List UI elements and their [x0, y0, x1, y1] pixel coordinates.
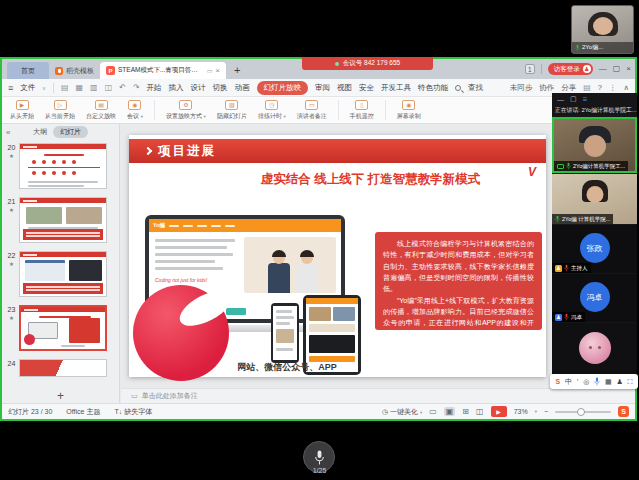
menu-review[interactable]: 审阅 [315, 83, 330, 93]
zoom-out-button[interactable]: − [544, 408, 548, 415]
menu-view[interactable]: 视图 [337, 83, 352, 93]
menu-file[interactable]: 文件 [20, 83, 35, 93]
kid-figure [296, 263, 318, 293]
panel-minimize-icon[interactable]: — [557, 96, 564, 103]
slide-header-title: 项目进展 [158, 143, 216, 160]
collapse-ribbon-icon[interactable]: ∧ [624, 83, 630, 92]
ime-skin-icon[interactable]: ⛶ [628, 378, 633, 386]
document-count-badge[interactable]: 1 [525, 64, 535, 74]
ribbon-screen-record[interactable]: ◉ 屏幕录制 [397, 100, 421, 121]
print-preview-icon[interactable]: ◫ [105, 83, 113, 92]
image-decor [333, 307, 355, 321]
sync-status[interactable]: 未同步 [510, 83, 533, 93]
participant-avatar-4[interactable]: 冯卓 ♟ 冯卓 [552, 274, 637, 322]
tab-close-icon[interactable]: × [215, 66, 220, 75]
panel-menu-icon[interactable]: ≡ [583, 95, 588, 104]
tab-document-active[interactable]: P STEAM模式下...青项目答辩PPT ▭ × [100, 62, 226, 79]
image-decor [276, 329, 294, 343]
hamburger-menu-icon[interactable]: ≡ [8, 83, 13, 93]
sogou-logo-icon[interactable]: S [555, 378, 560, 385]
redo-icon[interactable]: ↷ [133, 83, 140, 92]
zoom-slider[interactable] [555, 411, 611, 413]
menu-slideshow-active[interactable]: 幻灯片放映 [257, 81, 309, 95]
phone-remote-icon: ▯ [355, 100, 368, 110]
ribbon-setup-show[interactable]: ⚙ 设置放映方式 ▾ [166, 100, 206, 121]
ime-account-icon[interactable]: ♟ [616, 378, 622, 386]
window-minimize-button[interactable]: — [599, 59, 607, 79]
window-close-button[interactable]: × [626, 59, 631, 79]
tab-home[interactable]: 首页 [7, 62, 49, 79]
notes-bar[interactable]: ▭ 单击此处添加备注 [121, 388, 635, 403]
menu-devtools[interactable]: 开发工具 [381, 83, 411, 93]
new-tab-button[interactable]: + [234, 62, 240, 79]
view-normal-icon[interactable]: ▣ [444, 407, 456, 416]
zoom-level[interactable]: 73% [514, 408, 528, 415]
play-slideshow-button[interactable]: ▶ [491, 406, 507, 417]
view-sorter-icon[interactable]: ⊞ [462, 407, 469, 416]
panel-maximize-icon[interactable]: ▢ [570, 95, 577, 103]
tab-outline[interactable]: 大纲 [33, 127, 47, 137]
self-webcam-tile[interactable]: 2Yo编... [571, 5, 634, 54]
slide-thumbnail-22[interactable] [19, 251, 107, 297]
ribbon-rehearse-timing[interactable]: ◷ 排练计时 ▾ [258, 100, 286, 121]
save-icon[interactable]: ▤ [61, 83, 69, 92]
menu-find[interactable]: 查找 [468, 83, 483, 93]
ribbon-play-from-start[interactable]: ▶ 从头开始 [10, 100, 34, 121]
sogou-tray-icon[interactable]: S [618, 406, 629, 417]
help-icon[interactable]: ? [598, 83, 602, 92]
menu-animation[interactable]: 动画 [235, 83, 250, 93]
add-slide-button[interactable]: + [2, 388, 119, 403]
slide-thumbnail-23-selected[interactable] [19, 305, 107, 351]
tab-docer[interactable]: 稻壳模板 [49, 62, 100, 79]
print-icon[interactable]: ▥ [90, 83, 98, 92]
slide-thumbnail-21[interactable] [19, 197, 107, 243]
participant-video-active[interactable]: 2Yo编计算机学院工... [552, 117, 637, 173]
participant-avatar-5[interactable] [552, 323, 637, 375]
ribbon-custom-show[interactable]: ▤ 自定义放映 [86, 100, 116, 121]
comment-bubble-icon[interactable]: ▭ [207, 67, 213, 74]
divider [154, 100, 155, 120]
menu-start[interactable]: 开始 [147, 83, 162, 93]
ribbon-play-from-current[interactable]: ▷ 从当前开始 [45, 100, 75, 121]
menu-design[interactable]: 设计 [191, 83, 206, 93]
participant-avatar-host[interactable]: 张政 ♟ 主持人 [552, 225, 637, 273]
notes-placeholder: 单击此处添加备注 [142, 391, 198, 401]
ribbon-meeting[interactable]: ◉ 会议 ▾ [127, 100, 143, 121]
ime-voice-icon[interactable] [594, 377, 600, 386]
ribbon-speaker-notes[interactable]: ▭ 演讲者备注 [297, 100, 327, 121]
slide-thumbnail-24[interactable] [19, 359, 107, 377]
undo-icon[interactable]: ↶ [119, 83, 126, 92]
window-maximize-button[interactable]: ▢ [613, 59, 621, 79]
message-icon[interactable]: ▤ [583, 83, 591, 92]
ime-toolbar[interactable]: S 中 ’ ◎ ▦ ♟ ⛶ [550, 374, 638, 389]
ime-lang-icon[interactable]: 中 [565, 377, 572, 387]
participant-video-2[interactable]: 2Yo编 计算机学院... [552, 174, 637, 224]
file-caret-icon: ∨ [42, 85, 46, 91]
notes-toggle-icon[interactable]: ▭ [429, 407, 437, 416]
menu-security[interactable]: 安全 [359, 83, 374, 93]
view-reading-icon[interactable]: ◫ [476, 407, 484, 416]
output-icon[interactable]: ▦ [76, 83, 84, 92]
theme-name[interactable]: Office 主题 [66, 407, 100, 417]
menu-transition[interactable]: 切换 [213, 83, 228, 93]
collab-button[interactable]: 协作 [539, 83, 554, 93]
slide-canvas[interactable]: 项目进展 V 虚实结合 线上线下 打造智慧教学新模式 Yo编 Coding no… [129, 135, 546, 377]
guest-login-button[interactable]: 访客登录 ♟ [548, 63, 593, 75]
missing-font-warning[interactable]: T↓ 缺失字体 [114, 407, 152, 417]
menu-features[interactable]: 特色功能 [418, 83, 448, 93]
more-icon[interactable]: ⋮ [609, 83, 617, 92]
caret-icon: ▾ [535, 409, 537, 414]
beautify-button[interactable]: ◷ 一键美化 ▾ [382, 407, 422, 417]
collapse-sidebar-icon[interactable]: « [6, 128, 10, 137]
ribbon-hide-slide[interactable]: ▨ 隐藏幻灯片 [217, 100, 247, 121]
share-button[interactable]: 分享 [561, 83, 576, 93]
menu-insert[interactable]: 插入 [169, 83, 184, 93]
ribbon-phone-remote[interactable]: ▯ 手机遥控 [350, 100, 374, 121]
zoom-slider-knob[interactable] [577, 408, 585, 416]
slide-thumbnail-20[interactable] [19, 143, 107, 189]
ime-keyboard-icon[interactable]: ▦ [605, 378, 612, 386]
ime-punct-icon[interactable]: ’ [577, 378, 579, 385]
tab-slides-active[interactable]: 幻灯片 [53, 126, 88, 138]
ime-emoji-icon[interactable]: ◎ [583, 378, 589, 386]
meeting-id-banner[interactable]: 会议号 842 179 655 [302, 57, 433, 70]
